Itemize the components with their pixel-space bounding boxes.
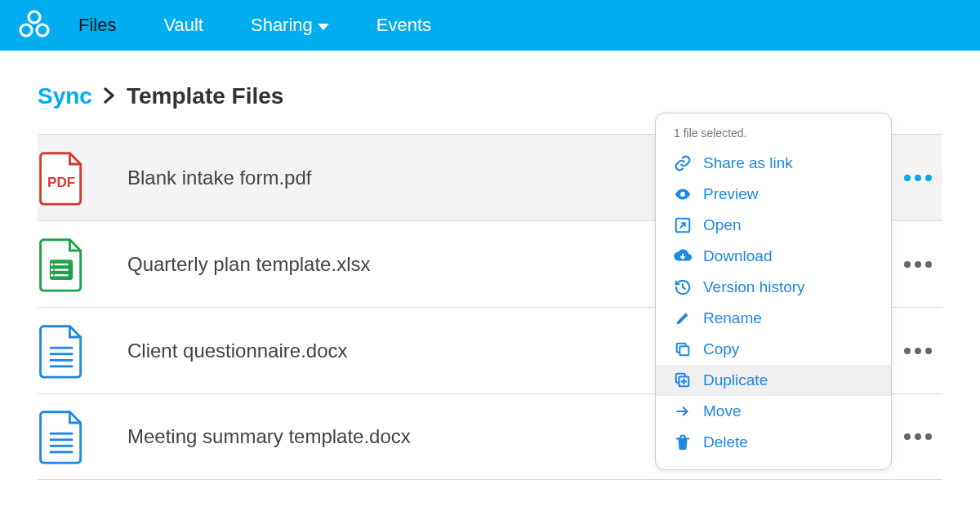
app-logo bbox=[16, 7, 52, 43]
breadcrumb-root[interactable]: Sync bbox=[38, 83, 92, 109]
menu-share-as-link[interactable]: Share as link bbox=[656, 148, 891, 179]
selection-status: 1 file selected. bbox=[656, 125, 891, 148]
file-name: Meeting summary template.docx bbox=[127, 425, 665, 448]
duplicate-icon bbox=[674, 371, 692, 389]
menu-duplicate[interactable]: Duplicate bbox=[656, 365, 891, 396]
more-icon bbox=[904, 175, 932, 181]
more-icon bbox=[904, 261, 932, 268]
more-icon bbox=[904, 348, 932, 354]
menu-label: Copy bbox=[703, 340, 739, 358]
context-menu: 1 file selected. Share as link Preview O… bbox=[655, 113, 892, 470]
svg-point-10 bbox=[51, 273, 53, 276]
more-actions-button the-button[interactable] bbox=[893, 348, 942, 354]
svg-point-9 bbox=[51, 268, 53, 270]
copy-icon bbox=[674, 340, 692, 358]
breadcrumb: Sync Template Files bbox=[38, 83, 942, 109]
download-icon bbox=[674, 247, 692, 265]
more-icon bbox=[904, 433, 932, 440]
menu-label: Open bbox=[703, 216, 741, 234]
menu-label: Duplicate bbox=[703, 371, 768, 389]
menu-label: Preview bbox=[703, 185, 759, 203]
menu-download[interactable]: Download bbox=[656, 241, 891, 272]
history-icon bbox=[674, 278, 692, 296]
menu-label: Rename bbox=[703, 309, 762, 327]
nav-items: Files Vault Sharing Events bbox=[78, 15, 431, 36]
svg-text:PDF: PDF bbox=[47, 175, 75, 190]
nav-label: Vault bbox=[163, 15, 203, 36]
chevron-right-icon bbox=[104, 83, 115, 109]
svg-point-0 bbox=[29, 11, 40, 23]
eye-icon bbox=[674, 185, 692, 203]
nav-events[interactable]: Events bbox=[376, 15, 431, 36]
menu-rename[interactable]: Rename bbox=[656, 303, 891, 334]
move-icon bbox=[674, 402, 692, 420]
svg-rect-21 bbox=[679, 346, 688, 355]
svg-point-2 bbox=[37, 24, 48, 36]
open-icon bbox=[674, 216, 692, 234]
menu-version-history[interactable]: Version history bbox=[656, 272, 891, 303]
nav-label: Sharing bbox=[251, 15, 313, 36]
menu-copy[interactable]: Copy bbox=[656, 334, 891, 365]
menu-label: Share as link bbox=[703, 154, 793, 172]
file-name: Client questionnaire.docx bbox=[127, 340, 665, 362]
menu-label: Version history bbox=[703, 278, 805, 296]
docx-file-icon bbox=[38, 409, 87, 464]
trash-icon bbox=[674, 433, 692, 451]
menu-move[interactable]: Move bbox=[656, 396, 891, 427]
xlsx-file-icon bbox=[38, 237, 87, 292]
more-actions-button[interactable] bbox=[893, 261, 942, 268]
svg-point-19 bbox=[680, 192, 685, 197]
menu-label: Delete bbox=[703, 433, 748, 451]
more-actions-button[interactable] bbox=[893, 433, 942, 440]
menu-delete[interactable]: Delete bbox=[656, 427, 891, 458]
breadcrumb-current: Template Files bbox=[127, 83, 283, 109]
svg-point-1 bbox=[20, 24, 32, 36]
file-name: Quarterly plan template.xlsx bbox=[127, 253, 665, 276]
link-icon bbox=[674, 154, 692, 172]
nav-label: Events bbox=[376, 15, 431, 36]
nav-vault[interactable]: Vault bbox=[163, 15, 203, 36]
nav-sharing[interactable]: Sharing bbox=[251, 15, 329, 36]
pencil-icon bbox=[674, 309, 692, 327]
docx-file-icon bbox=[38, 323, 87, 379]
nav-files[interactable]: Files bbox=[78, 15, 116, 36]
pdf-file-icon: PDF bbox=[38, 150, 87, 206]
file-name: Blank intake form.pdf bbox=[127, 166, 665, 189]
top-nav: Files Vault Sharing Events bbox=[0, 0, 980, 51]
caret-down-icon bbox=[318, 24, 329, 30]
nav-label: Files bbox=[78, 15, 116, 36]
svg-point-8 bbox=[51, 263, 53, 265]
menu-label: Move bbox=[703, 402, 741, 420]
menu-open[interactable]: Open bbox=[656, 210, 891, 241]
more-actions-button[interactable] bbox=[893, 175, 942, 181]
menu-label: Download bbox=[703, 247, 773, 265]
menu-preview[interactable]: Preview bbox=[656, 179, 891, 210]
